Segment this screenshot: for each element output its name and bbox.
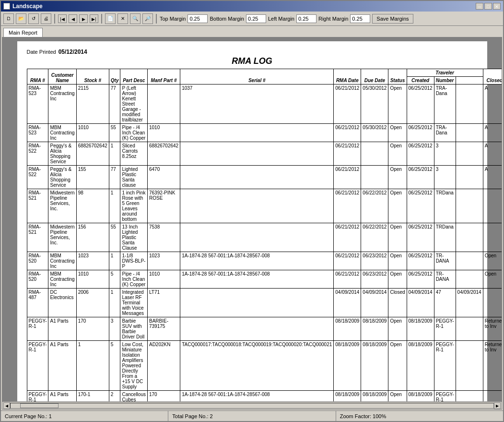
table-cell: PEGGY-R-1 <box>27 391 48 402</box>
table-cell <box>456 124 483 142</box>
first-page-button[interactable]: |◀ <box>58 14 67 23</box>
separator-3 <box>156 14 157 24</box>
table-cell: 1037 <box>180 84 334 124</box>
horizontal-scrollbar[interactable]: ◀ ▶ <box>2 401 502 409</box>
new-button[interactable]: 🗋 <box>3 13 14 24</box>
table-cell: 170 <box>147 391 180 402</box>
table-cell: TR-DANA <box>434 252 456 270</box>
table-cell: Low Cost, Miniature Isolation Amplifiers… <box>120 341 147 391</box>
table-cell: 06/25/2012 <box>407 142 434 166</box>
bottom-margin-input[interactable] <box>246 14 266 23</box>
scroll-left-button[interactable]: ◀ <box>3 402 10 409</box>
table-cell <box>456 252 483 270</box>
table-cell: 1010 <box>147 124 180 142</box>
print-button[interactable]: 🖨 <box>41 13 51 24</box>
table-cell <box>180 142 334 166</box>
scroll-right-button[interactable]: ▶ <box>494 402 501 409</box>
prev-page-button[interactable]: ◀ <box>69 14 77 23</box>
table-cell <box>456 270 483 289</box>
table-cell: PEGGY-R-1 <box>434 317 456 341</box>
table-cell: 06/22/2012 <box>361 189 388 223</box>
table-cell: Open <box>388 317 407 341</box>
col-traveler-group: Traveler <box>407 69 483 77</box>
table-cell: 06/22/2012 <box>361 223 388 252</box>
table-cell: Peggy's & Alicia Shopping Service <box>48 166 76 189</box>
table-cell: 1 inch Pink Rose with 5 Green Leaves aro… <box>120 189 147 223</box>
report-title: RMA LOG <box>27 56 478 66</box>
table-cell: 1 <box>76 341 109 391</box>
table-cell <box>456 391 483 402</box>
right-margin-label: Right Margin <box>318 16 348 22</box>
table-cell: 5 <box>109 341 120 391</box>
last-page-button[interactable]: ▶| <box>90 14 98 23</box>
table-cell: 08/18/2009 <box>334 341 361 391</box>
table-cell: PEGGY-R-1 <box>434 391 456 402</box>
table-cell: RMA-523 <box>27 124 48 142</box>
table-cell: 06/23/2012 <box>361 270 388 289</box>
scroll-thumb[interactable] <box>20 403 59 408</box>
table-cell: RMA-522 <box>27 166 48 189</box>
table-cell: PEGGY-R-1 <box>434 341 456 391</box>
table-cell: 06/25/2012 <box>407 84 434 124</box>
app-icon: 🖼 <box>3 3 10 10</box>
stop-button[interactable]: ✕ <box>117 13 128 24</box>
top-margin-input[interactable] <box>188 14 208 23</box>
date-printed-label: Date Printed <box>27 49 56 55</box>
table-cell: A1 Parts <box>48 341 76 391</box>
table-cell: LT71 <box>147 289 180 317</box>
close-button[interactable]: ✕ <box>493 3 501 10</box>
maximize-button[interactable]: □ <box>484 3 492 10</box>
open-button[interactable]: 📂 <box>16 13 26 24</box>
next-page-button[interactable]: ▶ <box>79 14 88 23</box>
left-margin-input[interactable] <box>296 14 316 23</box>
table-cell: PEGGY-R-1 <box>27 317 48 341</box>
save-margins-button[interactable]: Save Margins <box>372 14 413 24</box>
table-cell: A <box>483 84 502 124</box>
table-cell: 1010 <box>147 270 180 289</box>
table-cell: 1023 <box>76 252 109 270</box>
table-cell: 2 <box>109 391 120 402</box>
table-cell: 77 <box>109 166 120 189</box>
table-cell: 05/30/2012 <box>361 124 388 142</box>
table-cell: 55 <box>109 223 120 252</box>
table-cell: RMA-521 <box>27 189 48 223</box>
table-cell <box>147 84 180 124</box>
table-cell: Open <box>483 252 502 270</box>
table-cell: Lighted Plastic Santa clause <box>120 166 147 189</box>
table-cell: Integrated Laser RF Terminal with Voice … <box>120 289 147 317</box>
table-cell: Open <box>388 84 407 124</box>
right-margin-input[interactable] <box>350 14 370 23</box>
col-stock: Stock # <box>76 69 109 84</box>
table-cell: 04/09/2014 <box>407 289 434 317</box>
zoom-button[interactable]: 🔎 <box>142 13 153 24</box>
table-cell: 08/18/2009 <box>407 391 434 402</box>
table-row: RMA-520MBM Contracting Inc10105Pipe - /4… <box>27 270 502 289</box>
table-cell: Open <box>388 223 407 252</box>
col-part-desc: Part Desc <box>120 69 147 84</box>
table-cell: RMA-520 <box>27 252 48 270</box>
table-cell: Pipe - /4 Inch Clean (K) Copper <box>120 270 147 289</box>
table-cell: Open <box>388 341 407 391</box>
main-report-tab[interactable]: Main Report <box>3 28 43 37</box>
table-cell: Pipe - /4 Inch Clean (K) Copper <box>120 124 147 142</box>
report-scroll[interactable]: Date Printed 05/12/2014 RMA LOG RMA # Cu… <box>2 37 502 401</box>
table-cell: 08/18/2009 <box>334 391 361 402</box>
minimize-button[interactable]: ─ <box>476 3 483 10</box>
search-button[interactable]: 🔍 <box>130 13 141 24</box>
table-cell: 06/25/2012 <box>407 223 434 252</box>
date-printed-value: 05/12/2014 <box>59 48 87 55</box>
table-cell: 06/25/2012 <box>407 124 434 142</box>
table-cell: RMA-520 <box>27 270 48 289</box>
col-created: Created <box>407 77 434 84</box>
refresh-button[interactable]: ↺ <box>28 13 39 24</box>
report-table: RMA # Customer Name Stock # Qty Part Des… <box>27 69 502 401</box>
table-cell: 06/21/2012 <box>334 270 361 289</box>
top-margin-label: Top Margin <box>160 16 186 22</box>
window-controls[interactable]: ─ □ ✕ <box>476 3 501 10</box>
table-cell: 1A-1874-28 567-001:1A-1874-28567-008 <box>180 270 334 289</box>
table-cell <box>483 289 502 317</box>
table-cell: RMA-522 <box>27 142 48 166</box>
table-cell: 2115 <box>76 84 109 124</box>
export-button[interactable]: 📄 <box>105 13 116 24</box>
table-cell: 76392-PINK ROSE <box>147 189 180 223</box>
